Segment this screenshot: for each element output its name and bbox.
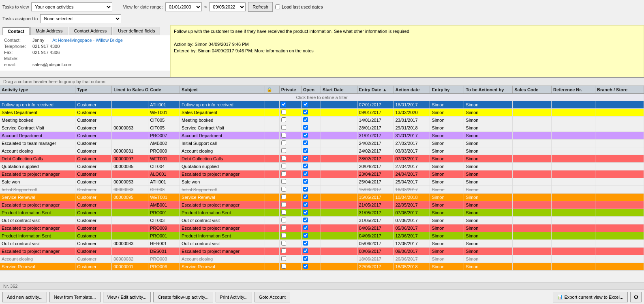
table-row[interactable]: Out of contract visitCustomer00000083HER… bbox=[0, 240, 644, 248]
col-header-actioned[interactable]: To be Actioned by bbox=[464, 86, 513, 94]
contact-panel: Contact: Jenny At Homelivingspace - Will… bbox=[0, 35, 170, 71]
mobile-label: Mobile: bbox=[4, 56, 32, 61]
new-from-template-button[interactable]: New from Template... bbox=[49, 292, 101, 302]
email-value: sales@pdispirit.com bbox=[32, 62, 73, 67]
data-grid[interactable]: Activity type Type Lined to Sales Opp. C… bbox=[0, 86, 644, 282]
table-row[interactable]: Follow up on info receivedCustomerATH001… bbox=[0, 101, 644, 109]
col-header-sales[interactable]: Sales Code bbox=[513, 86, 552, 94]
date-arrow: » bbox=[204, 4, 207, 10]
table-row[interactable]: Escalated to project managerCustomerALO0… bbox=[0, 170, 644, 178]
col-header-open[interactable]: Open bbox=[301, 86, 321, 94]
tab-user-defined[interactable]: User defined fields bbox=[113, 27, 160, 35]
tab-main-address[interactable]: Main Address bbox=[30, 27, 68, 35]
notes-panel: Follow up with the customer to see if th… bbox=[170, 25, 644, 77]
table-row[interactable]: Account closingCustomer00000031PRO009Acc… bbox=[0, 147, 644, 155]
activities-table: Activity type Type Lined to Sales Opp. C… bbox=[0, 86, 644, 271]
top-toolbar: Tasks to view Your open activities View … bbox=[0, 0, 644, 25]
tasks-assigned-label: Tasks assigned to bbox=[2, 16, 38, 21]
table-row[interactable]: Product Information SentCustomerPRO001Pr… bbox=[0, 232, 644, 240]
table-row[interactable]: Service RenewalCustomer00000095WET001Ser… bbox=[0, 194, 644, 201]
add-new-activity-button[interactable]: Add new activity... bbox=[2, 292, 47, 302]
tasks-to-view-label: Tasks to view bbox=[2, 4, 29, 9]
load-last-dates-label: Load last used dates bbox=[275, 4, 323, 9]
tab-contact-address[interactable]: Contact Address bbox=[69, 27, 112, 35]
excel-icon: 📊 bbox=[557, 294, 563, 300]
export-excel-button[interactable]: 📊 Export current view to Excel... bbox=[553, 292, 628, 302]
col-header-subject[interactable]: Subject bbox=[180, 86, 265, 94]
table-body: Click here to define a filter Follow up … bbox=[0, 94, 644, 271]
view-edit-activity-button[interactable]: View / Edit activity... bbox=[103, 292, 151, 302]
load-last-dates-checkbox[interactable] bbox=[275, 4, 280, 9]
notes-action-by: Action by: Simon 04/09/2017 9:46 PM bbox=[174, 42, 640, 47]
table-row[interactable]: Sale wonCustomer00000053ATH001Sale won25… bbox=[0, 178, 644, 186]
drag-hint: Drag a column header here to group by th… bbox=[0, 78, 644, 86]
table-row[interactable]: Escalated to project managerCustomerDES0… bbox=[0, 248, 644, 255]
bottom-grid: Drag a column header here to group by th… bbox=[0, 78, 644, 289]
table-row[interactable]: Service RenewalCustomer00000001PRO006Ser… bbox=[0, 263, 644, 271]
col-header-entry[interactable]: Entry Date ▲ bbox=[357, 86, 394, 94]
table-header-row: Activity type Type Lined to Sales Opp. C… bbox=[0, 86, 644, 94]
goto-account-button[interactable]: Goto Account bbox=[255, 292, 290, 302]
table-row[interactable]: Account closingCustomer00000032PRO003Acc… bbox=[0, 255, 644, 263]
table-row[interactable]: Escalated to project managerCustomerPRO0… bbox=[0, 224, 644, 232]
date-from-select[interactable]: 01/01/2000 bbox=[165, 2, 202, 11]
telephone-value: 021 917 4300 bbox=[32, 44, 60, 49]
bottom-toolbar: Add new activity... New from Template...… bbox=[0, 289, 644, 304]
col-header-ref[interactable]: Reference Nr. bbox=[552, 86, 595, 94]
col-header-type[interactable]: Type bbox=[75, 86, 112, 94]
notes-main-text: Follow up with the customer to see if th… bbox=[174, 29, 640, 34]
date-range-label: View for date range: bbox=[123, 4, 163, 9]
col-header-private[interactable]: Private bbox=[279, 86, 301, 94]
col-header-lock-icon[interactable]: 🔒 bbox=[265, 86, 279, 94]
table-row[interactable]: Escalated to project managerCustomerAMB0… bbox=[0, 201, 644, 209]
status-bar: Nr. 362 bbox=[0, 282, 644, 289]
create-followup-button[interactable]: Create follow-up activity... bbox=[153, 292, 213, 302]
table-row[interactable]: Escalated to team managerCustomerAMB002I… bbox=[0, 140, 644, 147]
table-row[interactable]: Debt Collection CallsCustomer00000097WET… bbox=[0, 155, 644, 163]
contact-field-label: Contact: bbox=[4, 38, 32, 43]
col-header-entryby[interactable]: Entry by bbox=[430, 86, 464, 94]
fax-label: Fax: bbox=[4, 50, 32, 55]
col-header-code[interactable]: Code bbox=[148, 86, 180, 94]
col-header-activity[interactable]: Activity type bbox=[0, 86, 75, 94]
record-count: Nr. 362 bbox=[3, 284, 17, 289]
table-row[interactable]: Quotation suppliedCustomer00000085CIT004… bbox=[0, 163, 644, 170]
table-row[interactable]: Product Information SentCustomerPRO001Pr… bbox=[0, 209, 644, 217]
contact-location: At Homelivingspace - Willow Bridge bbox=[52, 38, 123, 43]
table-row[interactable]: Meeting bookedCustomerCIT005Meeting book… bbox=[0, 116, 644, 124]
export-label: Export current view to Excel... bbox=[565, 295, 624, 300]
filter-row[interactable]: Click here to define a filter bbox=[0, 94, 644, 101]
contact-name: Jenny bbox=[32, 38, 44, 43]
top-info-area: Contact Main Address Contact Address Use… bbox=[0, 25, 644, 78]
refresh-button[interactable]: Refresh bbox=[248, 2, 273, 12]
settings-button[interactable]: ⚙ bbox=[630, 292, 642, 302]
col-header-start[interactable]: Start Date bbox=[321, 86, 357, 94]
table-row[interactable]: Out of contract visitCustomerCIT003Out o… bbox=[0, 217, 644, 224]
col-header-action[interactable]: Action date bbox=[394, 86, 430, 94]
date-to-select[interactable]: 09/05/2022 bbox=[209, 2, 246, 11]
email-label: email: bbox=[4, 62, 32, 67]
table-row[interactable]: Sales DepartmentCustomerWET001Sales Depa… bbox=[0, 109, 644, 116]
print-activity-button[interactable]: Print Activity... bbox=[216, 292, 252, 302]
tabs-area: Contact Main Address Contact Address Use… bbox=[0, 25, 170, 35]
tab-contact[interactable]: Contact bbox=[2, 27, 30, 35]
tasks-assigned-select[interactable]: None selected bbox=[40, 14, 121, 23]
table-row[interactable]: Account DepartmentCustomerPRO007Account … bbox=[0, 132, 644, 140]
col-header-branch[interactable]: Branch / Store bbox=[595, 86, 644, 94]
col-header-lined[interactable]: Lined to Sales Opp. bbox=[112, 86, 148, 94]
tasks-to-view-select[interactable]: Your open activities bbox=[31, 2, 112, 11]
filter-text[interactable]: Click here to define a filter bbox=[0, 94, 644, 101]
table-row[interactable]: Service Contract VisitCustomer00000063CI… bbox=[0, 124, 644, 132]
fax-value: 021 917 4306 bbox=[32, 50, 60, 55]
notes-entered-by: Entered by: Simon 04/09/2017 9:46 PM: Mo… bbox=[174, 48, 640, 53]
telephone-label: Telephone: bbox=[4, 44, 32, 49]
table-row[interactable]: Initial Support callCustomer00000033CIT0… bbox=[0, 186, 644, 194]
